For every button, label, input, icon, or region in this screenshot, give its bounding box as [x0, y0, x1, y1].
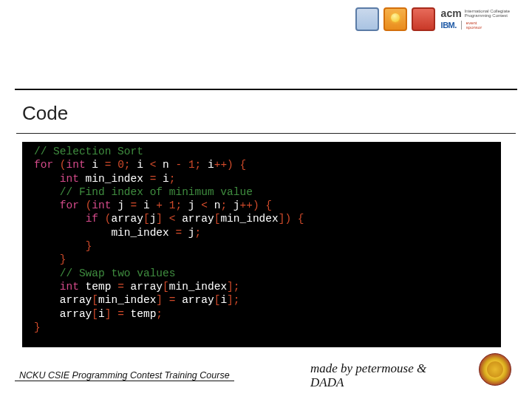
footer-credits-line2: DADA [310, 375, 344, 389]
acm-subtitle: International Collegiate Programming Con… [465, 9, 510, 18]
ibm-label: IBM. [441, 21, 457, 30]
horizontal-rule-top [15, 89, 517, 90]
divider-icon [461, 21, 462, 30]
icpc-logo-squares [355, 7, 435, 31]
footer-course-link[interactable]: NCKU CSIE Programming Contest Training C… [15, 370, 234, 381]
section-title: Code [22, 102, 68, 125]
university-emblem-icon [479, 353, 511, 386]
logo-square-blue-icon [355, 7, 379, 31]
header-logos: acm International Collegiate Programming… [355, 7, 510, 31]
logo-square-orange-icon [383, 7, 407, 31]
logo-text: acm International Collegiate Programming… [441, 7, 510, 30]
horizontal-rule-sub [16, 133, 516, 134]
acm-label: acm [441, 7, 462, 19]
footer-credits: made by petermouse & DADA [310, 361, 473, 390]
sponsor-label: event sponsor [466, 21, 482, 30]
logo-square-red-icon [412, 7, 435, 31]
bulb-icon [388, 12, 403, 27]
code-block: // Selection Sort for (int i = 0; i < n … [22, 142, 501, 347]
slide: acm International Collegiate Programming… [0, 0, 532, 399]
footer-credits-line1: made by petermouse & [310, 361, 426, 375]
